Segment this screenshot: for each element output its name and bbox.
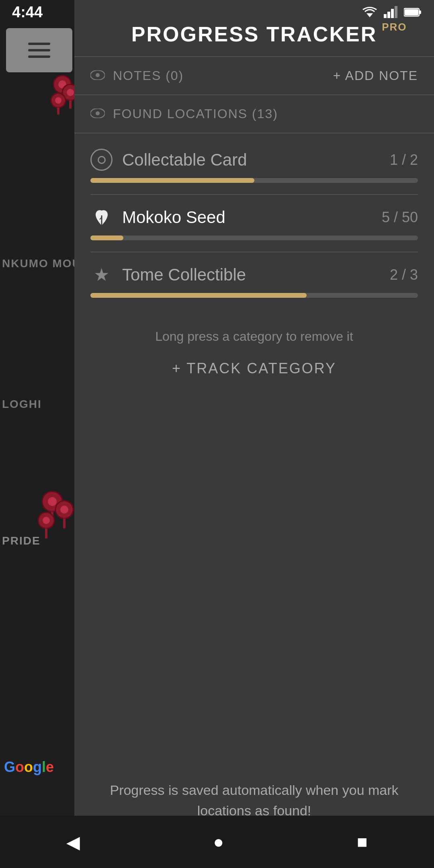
hamburger-icon — [28, 43, 50, 58]
location-label-loghi: LOGHI — [2, 398, 42, 411]
category-item-mokoko-seed[interactable]: Mokoko Seed 5 / 50 — [74, 195, 434, 252]
menu-button[interactable] — [6, 28, 72, 72]
svg-point-5 — [55, 97, 61, 104]
location-label-nkumo: NKUMO MOU — [2, 257, 74, 270]
mokoko-seed-name: Mokoko Seed — [122, 208, 372, 227]
spacer — [74, 393, 434, 768]
wifi-icon — [362, 6, 378, 18]
found-locations-label: FOUND LOCATIONS (13) — [113, 106, 278, 121]
category-item-header-tome: ★ Tome Collectible 2 / 3 — [90, 264, 418, 286]
tome-collectible-progress-fill — [90, 293, 307, 298]
map-pin-group-1 — [48, 74, 74, 132]
svg-rect-14 — [387, 12, 390, 18]
found-locations-section[interactable]: FOUND LOCATIONS (13) — [74, 95, 434, 133]
status-icons — [362, 6, 422, 18]
svg-point-7 — [48, 497, 57, 506]
svg-rect-19 — [405, 9, 418, 15]
recent-button[interactable]: ■ — [357, 832, 368, 852]
tome-collectible-icon: ★ — [90, 264, 113, 286]
map-background: NKUMO MOU LOGHI PRIDE Google — [0, 0, 74, 868]
tome-collectible-progress-container — [90, 293, 418, 298]
eye-icon-locations — [90, 106, 105, 121]
svg-rect-16 — [395, 6, 397, 18]
add-note-button[interactable]: + ADD NOTE — [333, 68, 418, 83]
mokoko-seed-count: 5 / 50 — [382, 209, 418, 226]
track-category-label: + TRACK CATEGORY — [172, 360, 336, 377]
tome-collectible-name: Tome Collectible — [122, 265, 380, 285]
svg-point-21 — [96, 73, 100, 77]
collectable-card-progress-fill — [90, 178, 254, 183]
nav-bar: ◀ ● ■ — [0, 816, 434, 868]
location-label-pride: PRIDE — [2, 534, 41, 547]
hint-text: Long press a category to remove it — [74, 313, 434, 352]
category-list: Collectable Card 1 / 2 Mokoko Seed — [74, 133, 434, 313]
svg-rect-18 — [419, 10, 421, 14]
svg-point-3 — [67, 89, 74, 96]
svg-point-11 — [43, 517, 50, 524]
category-item-header: Collectable Card 1 / 2 — [90, 149, 418, 171]
status-bar: 4:44 — [0, 0, 434, 24]
eye-icon-notes — [90, 68, 105, 83]
panel-title: PROGRESS TRACKER — [131, 22, 377, 46]
mokoko-seed-progress-container — [90, 235, 418, 240]
battery-icon — [404, 7, 422, 17]
signal-icon — [384, 6, 398, 18]
category-item-header-mokoko: Mokoko Seed 5 / 50 — [90, 206, 418, 228]
tome-collectible-count: 2 / 3 — [390, 266, 418, 283]
auto-save-text: Progress is saved automatically when you… — [90, 780, 418, 821]
main-panel: PROGRESS TRACKER PRO NOTES (0) + ADD NOT… — [74, 0, 434, 868]
mokoko-seed-icon — [90, 206, 113, 228]
status-time: 4:44 — [12, 4, 43, 21]
google-logo: Google — [4, 759, 54, 776]
back-button[interactable]: ◀ — [66, 832, 80, 852]
home-button[interactable]: ● — [213, 832, 224, 852]
map-pin-group-2 — [36, 490, 74, 556]
svg-rect-13 — [384, 14, 387, 18]
category-item-tome-collectible[interactable]: ★ Tome Collectible 2 / 3 — [74, 252, 434, 298]
svg-marker-12 — [366, 13, 373, 17]
mokoko-seed-progress-fill — [90, 235, 123, 240]
notes-label: NOTES (0) — [113, 68, 184, 83]
track-category-button[interactable]: + TRACK CATEGORY — [74, 352, 434, 393]
svg-point-9 — [60, 506, 68, 514]
svg-point-23 — [96, 111, 100, 115]
collectable-card-count: 1 / 2 — [390, 151, 418, 168]
svg-rect-15 — [391, 9, 394, 18]
collectable-card-progress-container — [90, 178, 418, 183]
collectable-card-icon — [90, 149, 113, 171]
collectable-card-name: Collectable Card — [122, 150, 380, 170]
notes-section[interactable]: NOTES (0) + ADD NOTE — [74, 57, 434, 95]
category-item-collectable-card[interactable]: Collectable Card 1 / 2 — [74, 137, 434, 195]
